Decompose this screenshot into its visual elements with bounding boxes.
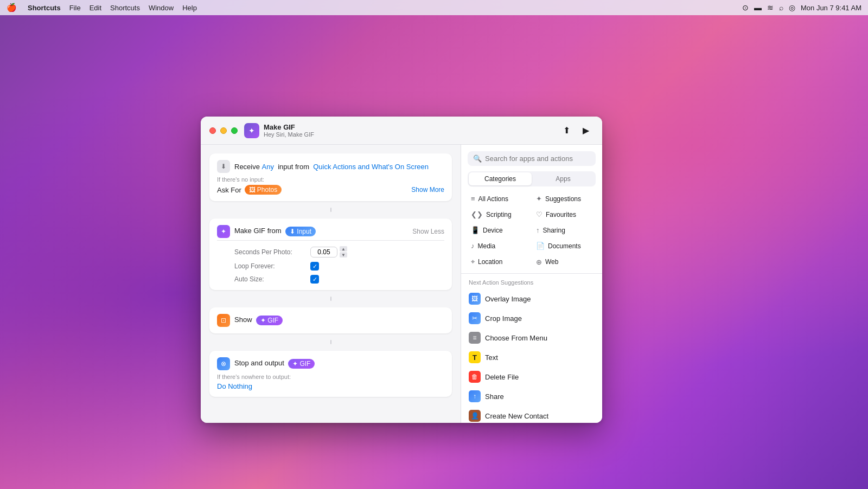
input-tag[interactable]: Input: [297, 228, 311, 235]
sharing-icon: ↑: [536, 226, 540, 234]
text-label: Text: [485, 353, 498, 362]
make-gif-expanded: Seconds Per Photo: ▲ ▼ Loop Forever:: [217, 246, 444, 284]
cat-media[interactable]: ♪ Media: [468, 239, 531, 253]
minimize-button[interactable]: [220, 127, 227, 134]
receive-title: Receive Any input from Quick Actions and…: [234, 163, 444, 171]
stepper-up[interactable]: ▲: [340, 246, 347, 252]
text-icon: T: [469, 351, 481, 363]
cat-suggestions[interactable]: ✦ Suggestions: [533, 192, 596, 205]
show-less-button[interactable]: Show Less: [412, 228, 444, 235]
gif-tag-show[interactable]: GIF: [267, 317, 278, 324]
menu-file[interactable]: File: [69, 4, 81, 12]
receive-block: ⬇ Receive Any input from Quick Actions a…: [209, 153, 452, 201]
actions-header: 🔍 Categories Apps: [461, 145, 602, 192]
menu-help[interactable]: Help: [182, 4, 197, 12]
loop-checkbox[interactable]: ✓: [310, 262, 319, 271]
action-share[interactable]: ↑ Share: [464, 387, 599, 406]
editor-panel: ⬇ Receive Any input from Quick Actions a…: [201, 145, 461, 423]
siri-icon[interactable]: ◎: [789, 3, 795, 12]
categories-grid: ≡ All Actions ✦ Suggestions ❮❯ Scripting…: [461, 192, 602, 273]
menu-window[interactable]: Window: [149, 4, 174, 12]
play-button[interactable]: ▶: [578, 123, 593, 138]
cat-scripting[interactable]: ❮❯ Scripting: [468, 208, 531, 221]
wifi-icon[interactable]: ≋: [767, 3, 774, 12]
create-contact-icon: 👤: [469, 410, 481, 422]
stop-title: Stop and output ✦GIF: [234, 359, 444, 369]
suggestions-icon: ✦: [536, 195, 542, 203]
search-icon[interactable]: ⌕: [779, 3, 783, 12]
overlay-image-icon: 🖼: [469, 293, 481, 305]
action-choose-from-menu[interactable]: ≡ Choose From Menu: [464, 328, 599, 348]
action-delete-file[interactable]: 🗑 Delete File: [464, 367, 599, 387]
tab-apps[interactable]: Apps: [532, 172, 595, 185]
menu-edit[interactable]: Edit: [90, 4, 101, 12]
menubar-left: 🍎 Shortcuts File Edit Shortcuts Window H…: [7, 3, 197, 12]
actions-list: 🖼 Overlay Image ✂ Crop Image ≡ Choose Fr…: [461, 289, 602, 423]
cat-documents[interactable]: 📄 Documents: [533, 239, 596, 253]
action-overlay-image[interactable]: 🖼 Overlay Image: [464, 289, 599, 308]
documents-icon: 📄: [536, 242, 545, 250]
cat-favourites[interactable]: ♡ Favourites: [533, 208, 596, 221]
device-icon: 📱: [471, 226, 480, 234]
close-button[interactable]: [209, 127, 216, 134]
action-create-contact[interactable]: 👤 Create New Contact: [464, 406, 599, 423]
source-link[interactable]: Quick Actions and What's On Screen: [313, 163, 429, 171]
cat-all-actions[interactable]: ≡ All Actions: [468, 192, 531, 205]
cat-sharing[interactable]: ↑ Sharing: [533, 223, 596, 237]
action-crop-image[interactable]: ✂ Crop Image: [464, 308, 599, 328]
media-icon: ♪: [471, 242, 475, 250]
search-input[interactable]: [485, 155, 590, 163]
menubar: 🍎 Shortcuts File Edit Shortcuts Window H…: [0, 0, 868, 15]
do-nothing-button[interactable]: Do Nothing: [217, 382, 444, 390]
if-no-input-label: If there's no input:: [217, 176, 444, 183]
delete-file-icon: 🗑: [469, 371, 481, 383]
any-link[interactable]: Any: [262, 163, 274, 171]
menu-shortcuts[interactable]: Shortcuts: [110, 4, 140, 12]
autosize-checkbox[interactable]: ✓: [310, 275, 319, 284]
seconds-label: Seconds Per Photo:: [234, 248, 310, 256]
make-gif-icon: ✦: [217, 225, 230, 238]
all-actions-icon: ≡: [471, 195, 475, 203]
autosize-row: Auto Size: ✓: [234, 275, 444, 284]
control-center-icon[interactable]: ⊙: [742, 3, 749, 12]
next-actions-label: Next Action Suggestions: [461, 277, 602, 289]
cat-documents-label: Documents: [548, 242, 581, 250]
window-title-group: Make GIF Hey Siri, Make GIF: [264, 123, 314, 138]
cat-media-label: Media: [478, 242, 496, 250]
gif-tag-stop[interactable]: GIF: [299, 360, 310, 368]
stepper-down[interactable]: ▼: [340, 252, 347, 258]
make-gif-header: ✦ Make GIF from ⬇Input Show Less: [217, 225, 444, 238]
seconds-input[interactable]: [310, 247, 337, 258]
photos-tag[interactable]: 🖼 Photos: [245, 185, 282, 195]
cat-device[interactable]: 📱 Device: [468, 223, 531, 237]
connector-2: [209, 295, 452, 302]
share-label: Share: [485, 393, 504, 401]
cat-sharing-label: Sharing: [543, 227, 565, 234]
tab-categories[interactable]: Categories: [469, 172, 532, 185]
loop-label: Loop Forever:: [234, 262, 310, 270]
connector-1: [209, 207, 452, 213]
window-subtitle: Hey Siri, Make GIF: [264, 131, 314, 138]
cat-web[interactable]: ⊕ Web: [533, 255, 596, 269]
action-text[interactable]: T Text: [464, 348, 599, 367]
favourites-icon: ♡: [536, 210, 542, 218]
scripting-icon: ❮❯: [471, 210, 483, 218]
menubar-right: ⊙ ▬ ≋ ⌕ ◎ Mon Jun 7 9:41 AM: [742, 3, 861, 12]
loop-row: Loop Forever: ✓: [234, 262, 444, 271]
web-icon: ⊕: [536, 258, 542, 266]
cat-scripting-label: Scripting: [486, 211, 512, 218]
apple-menu[interactable]: 🍎: [7, 3, 17, 12]
play-icon: ▶: [583, 125, 589, 136]
cat-all-label: All Actions: [478, 195, 508, 203]
window-title: Make GIF: [264, 123, 314, 132]
show-icon: ⊡: [217, 314, 230, 327]
cat-location[interactable]: ⌖ Location: [468, 255, 531, 269]
maximize-button[interactable]: [231, 127, 238, 134]
window-app-icon: ✦: [244, 123, 259, 138]
cat-favourites-label: Favourites: [546, 211, 576, 218]
search-magnifier-icon: 🔍: [473, 155, 482, 163]
export-button[interactable]: ⬆: [559, 123, 574, 138]
battery-icon[interactable]: ▬: [754, 3, 762, 12]
show-more-button[interactable]: Show More: [411, 186, 444, 194]
create-contact-label: Create New Contact: [485, 412, 548, 420]
